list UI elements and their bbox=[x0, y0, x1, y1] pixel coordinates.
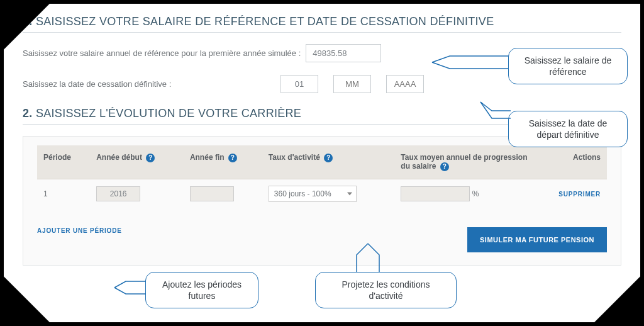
callout-pointer-icon bbox=[480, 102, 512, 121]
callout-date: Saisissez la date de départ définitive bbox=[508, 111, 628, 147]
th-actions: Actions bbox=[535, 145, 607, 179]
taux-activite-value: 360 jours - 100% bbox=[274, 189, 331, 198]
taux-activite-select[interactable]: 360 jours - 100% bbox=[269, 186, 357, 202]
callout-salary: Saisissez le salaire de référence bbox=[508, 48, 628, 84]
section1-number: 1. bbox=[23, 15, 33, 28]
section1-title: SAISISSEZ VOTRE SALAIRE DE RÉFÉRENCE ET … bbox=[36, 15, 494, 28]
help-icon[interactable]: ? bbox=[324, 154, 333, 162]
date-year-input[interactable] bbox=[386, 75, 424, 93]
section2-number: 2. bbox=[23, 107, 33, 120]
callout-pointer-icon bbox=[432, 51, 510, 74]
date-group bbox=[280, 75, 439, 93]
callout-pointer-icon bbox=[350, 244, 388, 274]
th-periode: Période bbox=[37, 145, 90, 179]
annee-fin-input[interactable] bbox=[190, 186, 234, 201]
page: 1. SAISISSEZ VOTRE SALAIRE DE RÉFÉRENCE … bbox=[4, 4, 640, 322]
th-annee-debut: Année début ? bbox=[90, 145, 184, 179]
chevron-down-icon bbox=[347, 192, 352, 195]
add-period-button[interactable]: AJOUTER UNE PÉRIODE bbox=[37, 227, 122, 234]
cell-index: 1 bbox=[37, 179, 90, 208]
panel-bottom-bar: AJOUTER UNE PÉRIODE SIMULER MA FUTURE PE… bbox=[37, 227, 607, 252]
table-header-row: Période Année début ? Année fin ? Taux d… bbox=[37, 145, 607, 179]
percent-suffix: % bbox=[472, 189, 479, 198]
simulate-button[interactable]: SIMULER MA FUTURE PENSION bbox=[467, 227, 607, 252]
callout-pointer-icon bbox=[114, 278, 147, 298]
section2-title: SAISISSEZ L'ÉVOLUTION DE VOTRE CARRIÈRE bbox=[36, 107, 301, 120]
callout-periods: Ajoutez les périodes futures bbox=[145, 272, 258, 308]
date-month-input[interactable] bbox=[333, 75, 371, 93]
date-day-input[interactable] bbox=[280, 75, 318, 93]
help-icon[interactable]: ? bbox=[440, 162, 449, 171]
divider bbox=[23, 32, 621, 33]
date-label: Saisissez la date de cessation définitiv… bbox=[23, 79, 199, 89]
career-panel: Période Année début ? Année fin ? Taux d… bbox=[23, 136, 621, 266]
taux-progression-input[interactable] bbox=[401, 186, 470, 201]
annee-debut-input[interactable] bbox=[96, 186, 140, 201]
salary-input[interactable] bbox=[306, 44, 381, 62]
help-icon[interactable]: ? bbox=[228, 154, 237, 162]
help-icon[interactable]: ? bbox=[146, 154, 155, 162]
th-taux-activite: Taux d'activité ? bbox=[262, 145, 394, 179]
th-annee-fin: Année fin ? bbox=[184, 145, 262, 179]
periods-table: Période Année début ? Année fin ? Taux d… bbox=[37, 145, 607, 208]
table-row: 1 360 jours - 100% % SUPPRIMER bbox=[37, 179, 607, 208]
th-taux-progression: Taux moyen annuel de progression du sala… bbox=[394, 145, 535, 179]
callout-activity: Projetez les conditions d'activité bbox=[315, 272, 457, 308]
salary-label: Saisissez votre salaire annuel de référe… bbox=[23, 48, 301, 58]
section1-heading: 1. SAISISSEZ VOTRE SALAIRE DE RÉFÉRENCE … bbox=[23, 15, 621, 28]
delete-button[interactable]: SUPPRIMER bbox=[558, 191, 601, 198]
